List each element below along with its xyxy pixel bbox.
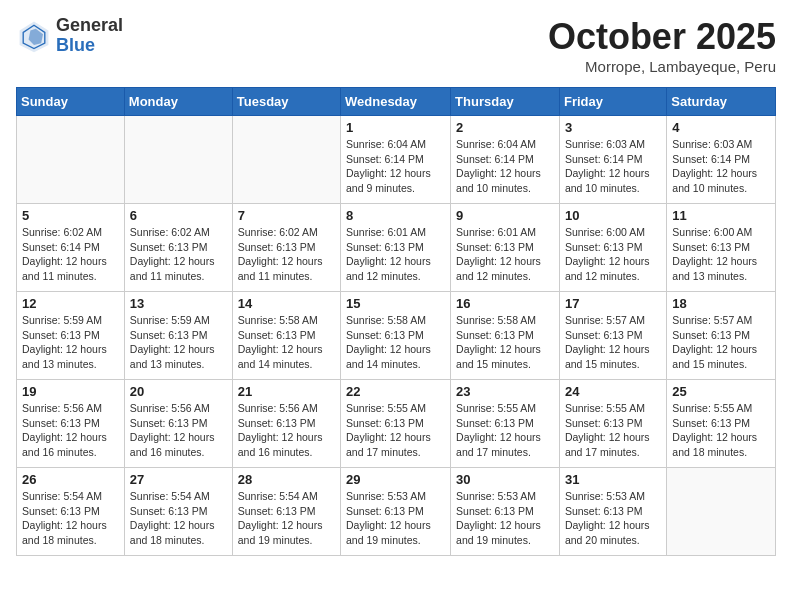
title-block: October 2025 Morrope, Lambayeque, Peru [548, 16, 776, 75]
day-info: Sunrise: 5:59 AM Sunset: 6:13 PM Dayligh… [130, 313, 227, 372]
weekday-header-thursday: Thursday [451, 88, 560, 116]
day-number: 1 [346, 120, 445, 135]
calendar-cell: 9Sunrise: 6:01 AM Sunset: 6:13 PM Daylig… [451, 204, 560, 292]
calendar-cell: 3Sunrise: 6:03 AM Sunset: 6:14 PM Daylig… [559, 116, 666, 204]
day-number: 17 [565, 296, 661, 311]
weekday-header-monday: Monday [124, 88, 232, 116]
calendar-cell: 6Sunrise: 6:02 AM Sunset: 6:13 PM Daylig… [124, 204, 232, 292]
logo-icon [16, 18, 52, 54]
week-row-2: 5Sunrise: 6:02 AM Sunset: 6:14 PM Daylig… [17, 204, 776, 292]
week-row-4: 19Sunrise: 5:56 AM Sunset: 6:13 PM Dayli… [17, 380, 776, 468]
day-number: 16 [456, 296, 554, 311]
calendar-cell: 26Sunrise: 5:54 AM Sunset: 6:13 PM Dayli… [17, 468, 125, 556]
day-number: 26 [22, 472, 119, 487]
day-number: 20 [130, 384, 227, 399]
day-info: Sunrise: 6:00 AM Sunset: 6:13 PM Dayligh… [672, 225, 770, 284]
day-info: Sunrise: 6:04 AM Sunset: 6:14 PM Dayligh… [456, 137, 554, 196]
day-info: Sunrise: 5:56 AM Sunset: 6:13 PM Dayligh… [130, 401, 227, 460]
calendar-cell: 10Sunrise: 6:00 AM Sunset: 6:13 PM Dayli… [559, 204, 666, 292]
calendar-cell: 22Sunrise: 5:55 AM Sunset: 6:13 PM Dayli… [341, 380, 451, 468]
day-number: 30 [456, 472, 554, 487]
calendar-cell: 17Sunrise: 5:57 AM Sunset: 6:13 PM Dayli… [559, 292, 666, 380]
day-number: 6 [130, 208, 227, 223]
weekday-header-wednesday: Wednesday [341, 88, 451, 116]
day-number: 14 [238, 296, 335, 311]
calendar-table: SundayMondayTuesdayWednesdayThursdayFrid… [16, 87, 776, 556]
weekday-header-row: SundayMondayTuesdayWednesdayThursdayFrid… [17, 88, 776, 116]
day-number: 18 [672, 296, 770, 311]
day-number: 8 [346, 208, 445, 223]
weekday-header-tuesday: Tuesday [232, 88, 340, 116]
calendar-cell [17, 116, 125, 204]
day-number: 15 [346, 296, 445, 311]
day-number: 2 [456, 120, 554, 135]
day-info: Sunrise: 5:56 AM Sunset: 6:13 PM Dayligh… [238, 401, 335, 460]
calendar-cell: 4Sunrise: 6:03 AM Sunset: 6:14 PM Daylig… [667, 116, 776, 204]
month-title: October 2025 [548, 16, 776, 58]
calendar-cell: 15Sunrise: 5:58 AM Sunset: 6:13 PM Dayli… [341, 292, 451, 380]
day-info: Sunrise: 6:03 AM Sunset: 6:14 PM Dayligh… [672, 137, 770, 196]
day-number: 3 [565, 120, 661, 135]
logo: General Blue [16, 16, 123, 56]
calendar-cell: 30Sunrise: 5:53 AM Sunset: 6:13 PM Dayli… [451, 468, 560, 556]
day-info: Sunrise: 6:00 AM Sunset: 6:13 PM Dayligh… [565, 225, 661, 284]
day-info: Sunrise: 5:54 AM Sunset: 6:13 PM Dayligh… [22, 489, 119, 548]
calendar-cell: 20Sunrise: 5:56 AM Sunset: 6:13 PM Dayli… [124, 380, 232, 468]
calendar-cell: 23Sunrise: 5:55 AM Sunset: 6:13 PM Dayli… [451, 380, 560, 468]
day-info: Sunrise: 5:53 AM Sunset: 6:13 PM Dayligh… [456, 489, 554, 548]
weekday-header-sunday: Sunday [17, 88, 125, 116]
calendar-cell: 2Sunrise: 6:04 AM Sunset: 6:14 PM Daylig… [451, 116, 560, 204]
calendar-cell: 13Sunrise: 5:59 AM Sunset: 6:13 PM Dayli… [124, 292, 232, 380]
day-number: 12 [22, 296, 119, 311]
page-header: General Blue October 2025 Morrope, Lamba… [16, 16, 776, 75]
week-row-3: 12Sunrise: 5:59 AM Sunset: 6:13 PM Dayli… [17, 292, 776, 380]
day-number: 29 [346, 472, 445, 487]
calendar-cell: 31Sunrise: 5:53 AM Sunset: 6:13 PM Dayli… [559, 468, 666, 556]
day-info: Sunrise: 5:57 AM Sunset: 6:13 PM Dayligh… [672, 313, 770, 372]
logo-general-text: General [56, 15, 123, 35]
day-info: Sunrise: 5:59 AM Sunset: 6:13 PM Dayligh… [22, 313, 119, 372]
calendar-cell: 12Sunrise: 5:59 AM Sunset: 6:13 PM Dayli… [17, 292, 125, 380]
day-info: Sunrise: 5:53 AM Sunset: 6:13 PM Dayligh… [346, 489, 445, 548]
day-info: Sunrise: 5:57 AM Sunset: 6:13 PM Dayligh… [565, 313, 661, 372]
day-info: Sunrise: 5:55 AM Sunset: 6:13 PM Dayligh… [456, 401, 554, 460]
day-info: Sunrise: 5:56 AM Sunset: 6:13 PM Dayligh… [22, 401, 119, 460]
calendar-cell: 29Sunrise: 5:53 AM Sunset: 6:13 PM Dayli… [341, 468, 451, 556]
week-row-5: 26Sunrise: 5:54 AM Sunset: 6:13 PM Dayli… [17, 468, 776, 556]
calendar-cell: 24Sunrise: 5:55 AM Sunset: 6:13 PM Dayli… [559, 380, 666, 468]
day-number: 19 [22, 384, 119, 399]
calendar-cell: 18Sunrise: 5:57 AM Sunset: 6:13 PM Dayli… [667, 292, 776, 380]
day-number: 22 [346, 384, 445, 399]
day-info: Sunrise: 6:01 AM Sunset: 6:13 PM Dayligh… [346, 225, 445, 284]
day-number: 4 [672, 120, 770, 135]
day-info: Sunrise: 6:02 AM Sunset: 6:14 PM Dayligh… [22, 225, 119, 284]
day-info: Sunrise: 5:54 AM Sunset: 6:13 PM Dayligh… [238, 489, 335, 548]
calendar-cell: 5Sunrise: 6:02 AM Sunset: 6:14 PM Daylig… [17, 204, 125, 292]
location: Morrope, Lambayeque, Peru [548, 58, 776, 75]
day-info: Sunrise: 5:53 AM Sunset: 6:13 PM Dayligh… [565, 489, 661, 548]
logo-blue-text: Blue [56, 35, 95, 55]
day-number: 5 [22, 208, 119, 223]
calendar-cell: 25Sunrise: 5:55 AM Sunset: 6:13 PM Dayli… [667, 380, 776, 468]
day-number: 21 [238, 384, 335, 399]
day-info: Sunrise: 5:58 AM Sunset: 6:13 PM Dayligh… [238, 313, 335, 372]
day-number: 13 [130, 296, 227, 311]
day-number: 10 [565, 208, 661, 223]
calendar-cell [124, 116, 232, 204]
day-number: 9 [456, 208, 554, 223]
day-info: Sunrise: 6:02 AM Sunset: 6:13 PM Dayligh… [130, 225, 227, 284]
day-info: Sunrise: 6:03 AM Sunset: 6:14 PM Dayligh… [565, 137, 661, 196]
day-info: Sunrise: 5:55 AM Sunset: 6:13 PM Dayligh… [672, 401, 770, 460]
day-number: 23 [456, 384, 554, 399]
weekday-header-saturday: Saturday [667, 88, 776, 116]
calendar-cell [667, 468, 776, 556]
day-number: 25 [672, 384, 770, 399]
day-info: Sunrise: 6:04 AM Sunset: 6:14 PM Dayligh… [346, 137, 445, 196]
calendar-cell: 28Sunrise: 5:54 AM Sunset: 6:13 PM Dayli… [232, 468, 340, 556]
day-info: Sunrise: 5:58 AM Sunset: 6:13 PM Dayligh… [456, 313, 554, 372]
day-number: 24 [565, 384, 661, 399]
calendar-cell: 19Sunrise: 5:56 AM Sunset: 6:13 PM Dayli… [17, 380, 125, 468]
day-info: Sunrise: 5:54 AM Sunset: 6:13 PM Dayligh… [130, 489, 227, 548]
week-row-1: 1Sunrise: 6:04 AM Sunset: 6:14 PM Daylig… [17, 116, 776, 204]
day-number: 11 [672, 208, 770, 223]
